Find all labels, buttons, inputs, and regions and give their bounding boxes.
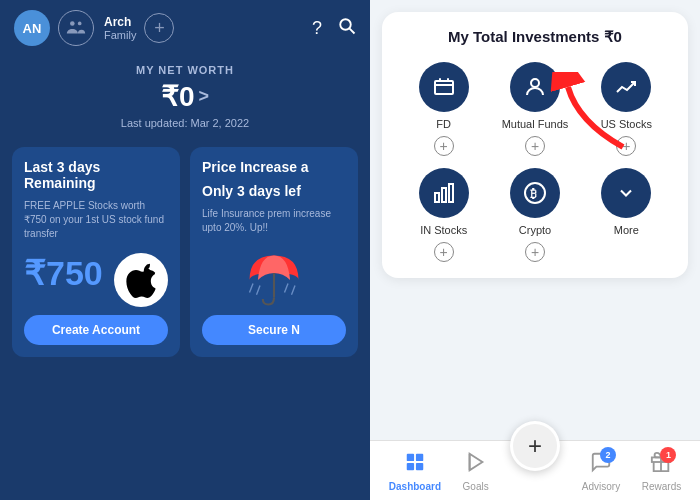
mutual-funds-label: Mutual Funds xyxy=(502,118,569,130)
crypto-add-button[interactable]: + xyxy=(525,242,545,262)
card1-title: Last 3 days Remaining xyxy=(24,159,168,191)
apple-logo xyxy=(114,253,168,307)
cards-row: Last 3 days Remaining FREE APPLE Stocks … xyxy=(0,147,370,357)
last-updated: Last updated: Mar 2, 2022 xyxy=(0,117,370,129)
svg-line-3 xyxy=(350,28,355,33)
goals-label: Goals xyxy=(463,481,489,492)
net-worth-value[interactable]: ₹0 > xyxy=(0,80,370,113)
family-icon[interactable] xyxy=(58,10,94,46)
svg-marker-23 xyxy=(469,454,482,471)
invest-item-mutual-funds: Mutual Funds + xyxy=(493,62,576,156)
svg-rect-13 xyxy=(435,193,439,202)
header-actions: ? xyxy=(312,17,356,40)
help-icon[interactable]: ? xyxy=(312,18,322,39)
avatar[interactable]: AN xyxy=(14,10,50,46)
svg-point-1 xyxy=(78,22,82,26)
card2-desc: Life Insurance prem increase upto 20%. U… xyxy=(202,207,346,235)
invest-item-crypto: ₿ Crypto + xyxy=(493,168,576,262)
us-stocks-icon[interactable] xyxy=(601,62,651,112)
advisory-label: Advisory xyxy=(582,481,620,492)
umbrella-graphic xyxy=(202,245,346,315)
svg-point-0 xyxy=(70,21,75,26)
add-button[interactable]: + xyxy=(144,13,174,43)
fab-add-button[interactable]: + xyxy=(510,421,560,471)
svg-line-6 xyxy=(257,286,261,295)
investments-grid: FD + Mutual Funds + xyxy=(398,62,672,262)
right-panel: My Total Investments ₹0 FD + xyxy=(370,0,700,500)
user-name: Arch xyxy=(104,15,136,29)
crypto-icon[interactable]: ₿ xyxy=(510,168,560,218)
fd-label: FD xyxy=(436,118,451,130)
nav-advisory[interactable]: 2 Advisory xyxy=(582,451,620,492)
more-label: More xyxy=(614,224,639,236)
fab-plus-icon: + xyxy=(513,424,557,468)
create-account-button[interactable]: Create Account xyxy=(24,315,168,345)
rewards-icon-wrap: 1 xyxy=(650,451,672,478)
investments-card: My Total Investments ₹0 FD + xyxy=(382,12,688,278)
mutual-funds-icon[interactable] xyxy=(510,62,560,112)
search-icon[interactable] xyxy=(338,17,356,40)
net-worth-section: MY NET WORTH ₹0 > Last updated: Mar 2, 2… xyxy=(0,56,370,139)
header: AN Arch Family + ? xyxy=(0,0,370,56)
svg-rect-19 xyxy=(407,454,414,461)
card2-title2: Only 3 days lef xyxy=(202,183,346,199)
invest-item-more: More xyxy=(585,168,668,262)
card-apple-stocks: Last 3 days Remaining FREE APPLE Stocks … xyxy=(12,147,180,357)
family-label: Family xyxy=(104,29,136,41)
fd-icon[interactable] xyxy=(419,62,469,112)
dashboard-icon xyxy=(404,451,426,478)
crypto-label: Crypto xyxy=(519,224,551,236)
more-icon[interactable] xyxy=(601,168,651,218)
svg-rect-22 xyxy=(416,463,423,470)
card1-desc: FREE APPLE Stocks worth ₹750 on your 1st… xyxy=(24,199,168,241)
in-stocks-icon[interactable] xyxy=(419,168,469,218)
secure-button[interactable]: Secure N xyxy=(202,315,346,345)
svg-point-12 xyxy=(531,79,539,87)
svg-rect-11 xyxy=(447,78,449,82)
svg-rect-9 xyxy=(435,81,453,94)
svg-rect-20 xyxy=(416,454,423,461)
svg-rect-21 xyxy=(407,463,414,470)
advisory-badge: 2 xyxy=(600,447,616,463)
net-worth-label: MY NET WORTH xyxy=(0,64,370,76)
mutual-funds-add-button[interactable]: + xyxy=(525,136,545,156)
us-stocks-label: US Stocks xyxy=(601,118,652,130)
invest-item-in-stocks: IN Stocks + xyxy=(402,168,485,262)
goals-icon xyxy=(465,451,487,478)
in-stocks-label: IN Stocks xyxy=(420,224,467,236)
svg-text:₿: ₿ xyxy=(530,187,537,201)
dashboard-label: Dashboard xyxy=(389,481,441,492)
net-worth-chevron: > xyxy=(199,86,210,107)
advisory-icon-wrap: 2 xyxy=(590,451,612,478)
rewards-badge: 1 xyxy=(660,447,676,463)
investments-title: My Total Investments ₹0 xyxy=(398,28,672,46)
svg-line-8 xyxy=(292,286,296,295)
svg-rect-15 xyxy=(449,184,453,202)
svg-line-5 xyxy=(250,284,254,293)
card-insurance: Price Increase a Only 3 days lef Life In… xyxy=(190,147,358,357)
nav-dashboard[interactable]: Dashboard xyxy=(389,451,441,492)
rewards-label: Rewards xyxy=(642,481,681,492)
left-panel: AN Arch Family + ? MY NET WORT xyxy=(0,0,370,500)
invest-item-fd: FD + xyxy=(402,62,485,156)
nav-rewards[interactable]: 1 Rewards xyxy=(642,451,681,492)
invest-item-us-stocks: US Stocks + xyxy=(585,62,668,156)
svg-point-2 xyxy=(340,19,351,30)
us-stocks-add-button[interactable]: + xyxy=(616,136,636,156)
nav-goals[interactable]: Goals xyxy=(463,451,489,492)
bottom-nav: Dashboard Goals + xyxy=(370,440,700,500)
card2-title: Price Increase a xyxy=(202,159,346,175)
header-labels: Arch Family xyxy=(104,15,136,41)
svg-rect-10 xyxy=(439,78,441,82)
in-stocks-add-button[interactable]: + xyxy=(434,242,454,262)
svg-line-7 xyxy=(285,284,289,293)
svg-rect-14 xyxy=(442,188,446,202)
fd-add-button[interactable]: + xyxy=(434,136,454,156)
